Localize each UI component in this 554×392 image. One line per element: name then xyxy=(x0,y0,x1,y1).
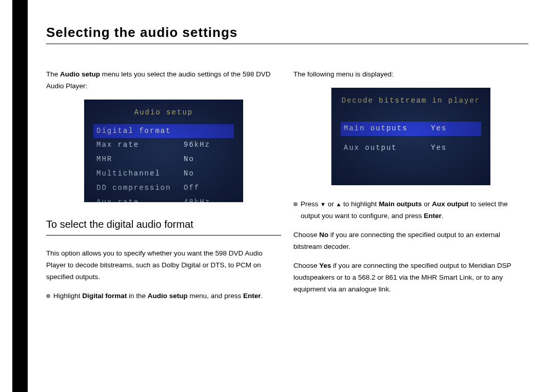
osd-decode-bitstream: Decode bitstream in player Main outputs … xyxy=(331,88,490,185)
page-content: Selecting the audio settings The Audio s… xyxy=(46,25,539,309)
osd-row: Multichannel No xyxy=(93,167,234,181)
body-paragraph: This option allows you to specify whethe… xyxy=(46,248,281,283)
osd-row: Digital format xyxy=(93,124,234,139)
body-paragraph: The following menu is displayed: xyxy=(293,69,528,81)
page-title: Selecting the audio settings xyxy=(46,25,528,44)
body-paragraph: Choose No if you are connecting the spec… xyxy=(293,229,528,253)
triangle-down-icon: ▼ xyxy=(320,200,326,209)
osd-title: Audio setup xyxy=(93,107,234,119)
bullet-item: Highlight Digital format in the Audio se… xyxy=(46,290,281,302)
osd-row: Max rate 96kHz xyxy=(93,138,234,152)
osd-audio-setup: Audio setup Digital format Max rate 96kH… xyxy=(84,100,243,202)
osd-row: Main outputs Yes xyxy=(341,122,481,136)
intro-paragraph: The Audio setup menu lets you select the… xyxy=(46,69,281,92)
osd-row: MHR No xyxy=(93,152,234,167)
left-column: The Audio setup menu lets you select the… xyxy=(46,69,281,309)
bullet-item: Press ▼ or ▲ to highlight Main outputs o… xyxy=(293,199,528,222)
sidebar-label: 46 Configuring disc options xyxy=(2,371,14,392)
subheading: To select the digital audio format xyxy=(46,215,281,236)
bullet-icon xyxy=(293,202,298,206)
triangle-up-icon: ▲ xyxy=(336,200,342,209)
osd-row: Aux output Yes xyxy=(341,141,481,155)
section-name: Configuring disc options xyxy=(2,371,10,392)
body-paragraph: Choose Yes if you are connecting the spe… xyxy=(293,260,528,296)
osd-row: DD compression Off xyxy=(93,181,234,195)
osd-title: Decode bitstream in player xyxy=(341,95,481,107)
right-column: The following menu is displayed: Decode … xyxy=(293,69,528,309)
bullet-icon xyxy=(46,294,50,298)
osd-row: Aux rate 48kHz xyxy=(93,195,234,210)
sidebar-strip xyxy=(12,0,28,392)
